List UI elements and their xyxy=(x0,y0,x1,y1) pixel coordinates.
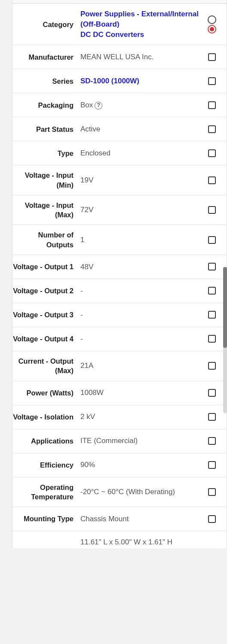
row-controls xyxy=(202,15,221,33)
spec-row: Mounting TypeChassis Mount xyxy=(12,507,227,531)
spec-value: 2 kV xyxy=(80,412,202,422)
spec-row: Voltage - Output 3- xyxy=(12,303,227,327)
spec-row: CategoryPower Supplies - External/Intern… xyxy=(12,3,227,45)
spec-label: Power (Watts) xyxy=(12,388,80,398)
row-controls xyxy=(202,236,221,244)
spec-value: - xyxy=(80,286,202,296)
filter-checkbox[interactable] xyxy=(208,263,216,270)
spec-value-link[interactable]: SD-1000 (1000W) xyxy=(80,76,202,86)
filter-checkbox[interactable] xyxy=(208,437,216,445)
row-controls xyxy=(202,362,221,370)
spec-row: Current - Output (Max)21A xyxy=(12,351,227,381)
row-controls xyxy=(202,149,221,157)
filter-checkbox[interactable] xyxy=(208,125,216,133)
spec-value: 21A xyxy=(80,361,202,371)
filter-checkbox[interactable] xyxy=(208,206,216,214)
spec-row: Efficiency90% xyxy=(12,453,227,477)
spec-row: Operating Temperature-20°C ~ 60°C (With … xyxy=(12,477,227,507)
spec-row: Voltage - Output 2- xyxy=(12,279,227,303)
spec-value-link[interactable]: Power Supplies - External/Internal (Off-… xyxy=(80,9,202,39)
spec-label: Type xyxy=(12,149,80,158)
spec-row: SeriesSD-1000 (1000W) xyxy=(12,69,227,93)
row-controls xyxy=(202,461,221,469)
row-controls xyxy=(202,437,221,445)
filter-checkbox[interactable] xyxy=(208,488,216,496)
spec-label: Applications xyxy=(12,436,80,446)
spec-row: Voltage - Isolation2 kV xyxy=(12,405,227,429)
filter-checkbox[interactable] xyxy=(208,101,216,109)
spec-label: Voltage - Output 2 xyxy=(12,286,80,295)
row-controls xyxy=(202,263,221,270)
filter-checkbox[interactable] xyxy=(208,413,216,421)
spec-label: Operating Temperature xyxy=(12,483,80,502)
spec-row: ApplicationsITE (Commercial) xyxy=(12,429,227,453)
filter-checkbox[interactable] xyxy=(208,515,216,523)
spec-row: Voltage - Input (Min)19V xyxy=(12,165,227,195)
filter-checkbox[interactable] xyxy=(208,287,216,295)
spec-label: Voltage - Output 4 xyxy=(12,334,80,343)
scrollbar-thumb[interactable] xyxy=(223,267,227,348)
row-controls xyxy=(202,287,221,295)
spec-row: TypeEnclosed xyxy=(12,141,227,165)
spec-value: 48V xyxy=(80,262,202,272)
spec-label: Manufacturer xyxy=(12,52,80,62)
spec-value: 72V xyxy=(80,205,202,215)
spec-row: Voltage - Output 4- xyxy=(12,327,227,351)
spec-row: Voltage - Input (Max)72V xyxy=(12,195,227,225)
spec-value: Box? xyxy=(80,100,202,110)
spec-row: PackagingBox? xyxy=(12,93,227,117)
spec-label: Efficiency xyxy=(12,460,80,470)
spec-value: MEAN WELL USA Inc. xyxy=(80,52,202,62)
spec-row: Voltage - Output 148V xyxy=(12,255,227,279)
spec-label: Current - Output (Max) xyxy=(12,356,80,376)
filter-checkbox[interactable] xyxy=(208,53,216,61)
spec-label: Voltage - Output 1 xyxy=(12,262,80,271)
filter-checkbox[interactable] xyxy=(208,311,216,319)
row-controls xyxy=(202,176,221,184)
row-controls xyxy=(202,77,221,85)
filter-checkbox[interactable] xyxy=(208,335,216,343)
spec-value: 19V xyxy=(80,175,202,185)
spec-label: Packaging xyxy=(12,100,80,110)
filter-checkbox[interactable] xyxy=(208,461,216,469)
spec-label: Voltage - Input (Max) xyxy=(12,200,80,220)
filter-checkbox[interactable] xyxy=(208,236,216,244)
spec-row: ManufacturerMEAN WELL USA Inc. xyxy=(12,45,227,69)
spec-label: Voltage - Isolation xyxy=(12,412,80,422)
table-top-edge xyxy=(12,0,227,3)
spec-label: Series xyxy=(12,76,80,86)
spec-value: Chassis Mount xyxy=(80,514,202,524)
spec-row: Part StatusActive xyxy=(12,117,227,141)
filter-checkbox[interactable] xyxy=(208,362,216,370)
filter-checkbox[interactable] xyxy=(208,77,216,85)
radio-unselected[interactable] xyxy=(208,15,216,24)
spec-row: 11.61" L x 5.00" W x 1.61" H xyxy=(12,531,227,548)
row-controls xyxy=(202,206,221,214)
spec-table: CategoryPower Supplies - External/Intern… xyxy=(12,0,227,548)
filter-checkbox[interactable] xyxy=(208,176,216,184)
spec-value: ITE (Commercial) xyxy=(80,436,202,446)
row-controls xyxy=(202,488,221,496)
spec-value: - xyxy=(80,310,202,320)
spec-value: 1008W xyxy=(80,388,202,398)
filter-checkbox[interactable] xyxy=(208,149,216,157)
spec-row: Power (Watts)1008W xyxy=(12,381,227,405)
row-controls xyxy=(202,101,221,109)
spec-value: Enclosed xyxy=(80,148,202,158)
spec-value: 1 xyxy=(80,235,202,245)
spec-value: 11.61" L x 5.00" W x 1.61" H xyxy=(80,537,202,547)
row-controls xyxy=(202,53,221,61)
filter-checkbox[interactable] xyxy=(208,389,216,397)
spec-label: Voltage - Output 3 xyxy=(12,310,80,319)
row-controls xyxy=(202,125,221,133)
spec-label: Mounting Type xyxy=(12,514,80,523)
row-controls xyxy=(202,389,221,397)
row-controls xyxy=(202,413,221,421)
spec-label: Part Status xyxy=(12,125,80,134)
radio-selected[interactable] xyxy=(208,25,216,33)
spec-value: - xyxy=(80,334,202,344)
spec-row: Number of Outputs1 xyxy=(12,225,227,255)
help-icon[interactable]: ? xyxy=(95,102,102,109)
row-controls xyxy=(202,335,221,343)
spec-label: Number of Outputs xyxy=(12,230,80,249)
